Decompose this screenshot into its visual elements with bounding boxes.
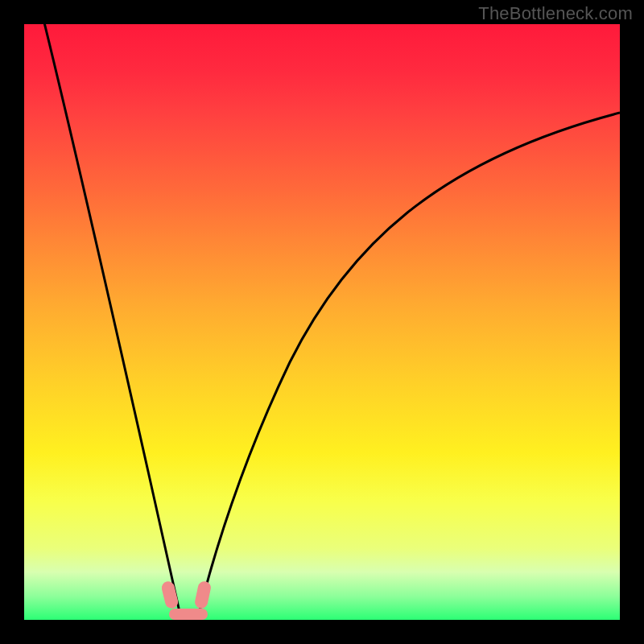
watermark-text: TheBottleneck.com bbox=[478, 3, 633, 24]
curve-right bbox=[199, 113, 620, 614]
marker-floor bbox=[169, 609, 208, 620]
marker-right bbox=[194, 580, 213, 610]
marker-group bbox=[160, 580, 212, 620]
curve-layer bbox=[24, 24, 620, 620]
plot-area bbox=[24, 24, 620, 620]
chart-frame: TheBottleneck.com bbox=[0, 0, 644, 644]
curve-left bbox=[43, 24, 180, 612]
